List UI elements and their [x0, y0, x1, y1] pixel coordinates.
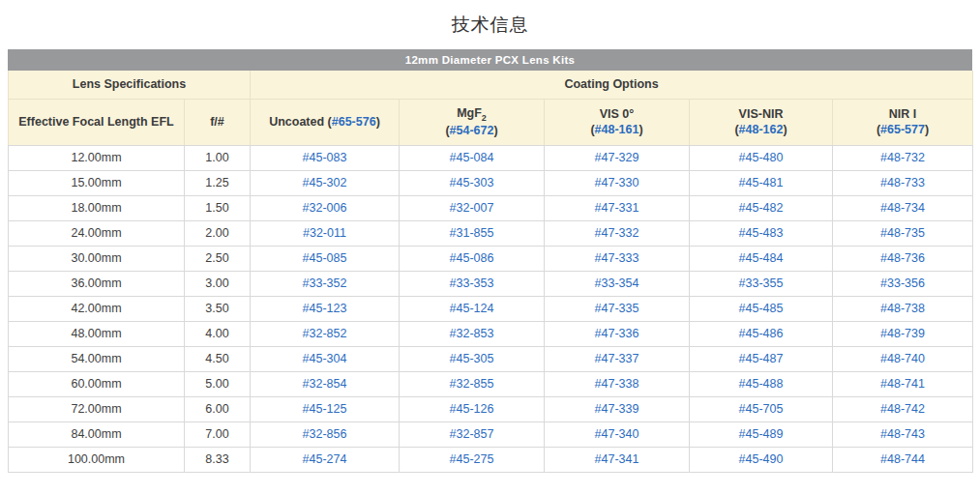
part-cell: #45-084: [400, 145, 545, 170]
part-number-link[interactable]: #45-124: [450, 302, 494, 315]
part-number-link[interactable]: #47-330: [595, 176, 639, 189]
part-number-link[interactable]: #33-356: [880, 276, 925, 290]
part-number-link[interactable]: #47-336: [595, 327, 639, 340]
table-row: 60.00mm5.00#32-854#32-855#47-338#45-488#…: [9, 371, 973, 396]
column-header-vis-0: VIS 0°(#48-161): [545, 99, 690, 145]
part-cell: #48-744: [833, 447, 973, 472]
part-number-link[interactable]: #47-329: [595, 151, 639, 164]
part-number-link[interactable]: #48-162: [739, 123, 784, 136]
f-number-cell: 1.50: [185, 195, 251, 220]
part-cell: #48-736: [833, 246, 973, 271]
part-number-link[interactable]: #48-161: [595, 123, 639, 136]
part-number-link[interactable]: #45-481: [739, 176, 784, 189]
part-cell: #45-086: [400, 246, 545, 271]
part-cell: #45-705: [690, 396, 833, 421]
part-number-link[interactable]: #33-355: [739, 276, 784, 290]
part-cell: #45-305: [400, 346, 545, 371]
part-number-link[interactable]: #48-732: [880, 151, 925, 164]
part-number-link[interactable]: #47-335: [595, 302, 639, 315]
column-label: f/#: [189, 115, 246, 129]
part-number-link[interactable]: #65-576: [332, 115, 376, 129]
efl-cell: 54.00mm: [9, 346, 185, 371]
part-number-link[interactable]: #32-852: [303, 327, 347, 340]
part-number-link[interactable]: #48-733: [880, 176, 925, 189]
part-cell: #33-354: [545, 271, 690, 296]
f-number-cell: 6.00: [185, 396, 251, 421]
part-number-link[interactable]: #45-086: [450, 251, 494, 265]
column-label: Uncoated (#65-576): [254, 115, 395, 129]
part-cell: #45-485: [690, 296, 833, 321]
part-number-link[interactable]: #45-488: [739, 377, 784, 391]
part-number-link[interactable]: #45-705: [739, 402, 784, 416]
table-row: 30.00mm2.50#45-085#45-086#47-333#45-484#…: [9, 246, 973, 271]
part-number-link[interactable]: #47-340: [595, 427, 639, 441]
part-number-link[interactable]: #48-735: [880, 226, 925, 240]
part-number-link[interactable]: #48-744: [880, 452, 925, 466]
part-number-link[interactable]: #32-011: [303, 226, 346, 240]
part-cell: #48-743: [833, 421, 973, 447]
part-number-link[interactable]: #48-740: [880, 352, 925, 365]
part-number-link[interactable]: #45-483: [739, 226, 784, 240]
table-row: 54.00mm4.50#45-304#45-305#47-337#45-487#…: [9, 346, 973, 371]
part-number-link[interactable]: #47-331: [595, 201, 639, 215]
part-cell: #45-085: [251, 246, 400, 271]
part-number-link[interactable]: #45-487: [739, 352, 784, 365]
part-number-link[interactable]: #45-275: [450, 452, 494, 466]
part-number-link[interactable]: #33-353: [450, 276, 494, 290]
part-cell: #47-337: [545, 346, 690, 371]
part-number-link[interactable]: #48-736: [880, 251, 925, 265]
part-number-link[interactable]: #32-857: [450, 427, 494, 441]
part-number-link[interactable]: #47-341: [595, 452, 639, 466]
part-number-link[interactable]: #65-577: [880, 123, 925, 136]
part-number-link[interactable]: #45-125: [303, 402, 347, 416]
part-number-link[interactable]: #32-856: [303, 427, 347, 441]
part-number-link[interactable]: #45-303: [450, 176, 494, 189]
f-number-cell: 8.33: [185, 447, 251, 472]
column-header-uncoated: Uncoated (#65-576): [251, 99, 400, 145]
efl-cell: 72.00mm: [9, 396, 185, 421]
part-number-link[interactable]: #47-337: [595, 352, 639, 365]
part-number-link[interactable]: #33-352: [303, 276, 347, 290]
column-header-f-number: f/#: [185, 99, 251, 145]
efl-cell: 30.00mm: [9, 246, 185, 271]
efl-cell: 36.00mm: [9, 271, 185, 296]
part-number-link[interactable]: #48-734: [880, 201, 925, 215]
part-number-link[interactable]: #47-339: [595, 402, 639, 416]
column-label: VIS-NIR: [694, 107, 828, 121]
part-number-link[interactable]: #48-742: [880, 402, 925, 416]
part-number-link[interactable]: #32-854: [303, 377, 347, 391]
part-number-link[interactable]: #47-332: [595, 226, 639, 240]
part-number-link[interactable]: #45-274: [303, 452, 347, 466]
part-number-link[interactable]: #45-485: [739, 302, 784, 315]
part-number-link[interactable]: #45-123: [303, 302, 347, 315]
part-number-link[interactable]: #45-304: [303, 352, 347, 365]
part-number-link[interactable]: #48-743: [880, 427, 925, 441]
part-number-link[interactable]: #48-741: [880, 377, 925, 391]
part-number-link[interactable]: #45-085: [303, 251, 347, 265]
part-number-link[interactable]: #32-006: [303, 201, 347, 215]
part-cell: #48-735: [833, 220, 973, 246]
part-number-link[interactable]: #32-855: [450, 377, 494, 391]
part-number-link[interactable]: #48-738: [880, 302, 925, 315]
part-number-link[interactable]: #45-489: [739, 427, 784, 441]
part-cell: #45-489: [690, 421, 833, 447]
part-number-link[interactable]: #32-007: [450, 201, 494, 215]
part-number-link[interactable]: #45-305: [450, 352, 494, 365]
part-number-link[interactable]: #31-855: [450, 226, 494, 240]
part-number-link[interactable]: #45-484: [739, 251, 784, 265]
part-number-link[interactable]: #48-739: [880, 327, 925, 340]
part-number-link[interactable]: #45-482: [739, 201, 784, 215]
part-number-link[interactable]: #45-490: [739, 452, 784, 466]
part-number-link[interactable]: #54-672: [450, 124, 494, 137]
part-number-link[interactable]: #47-333: [595, 251, 639, 265]
part-number-link[interactable]: #45-126: [450, 402, 494, 416]
part-number-link[interactable]: #45-302: [303, 176, 347, 189]
part-number-link[interactable]: #45-486: [739, 327, 784, 340]
part-number-link[interactable]: #45-083: [303, 151, 347, 164]
f-number-cell: 4.50: [185, 346, 251, 371]
part-number-link[interactable]: #45-084: [450, 151, 494, 164]
part-number-link[interactable]: #45-480: [739, 151, 784, 164]
part-number-link[interactable]: #47-338: [595, 377, 639, 391]
part-number-link[interactable]: #32-853: [450, 327, 494, 340]
part-number-link[interactable]: #33-354: [595, 276, 639, 290]
